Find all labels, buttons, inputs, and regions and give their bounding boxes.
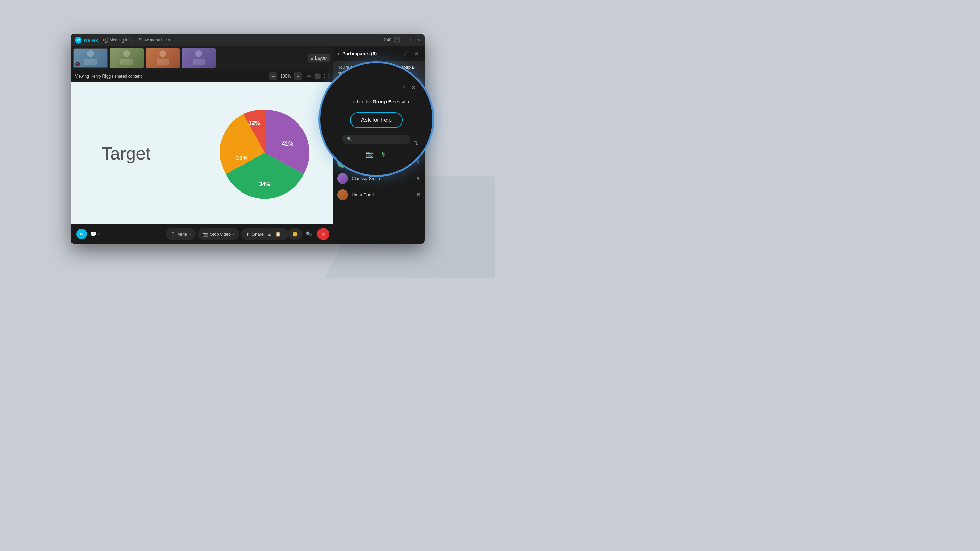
panel-collapse-button[interactable]: ▾ xyxy=(337,51,340,56)
panel-expand-button[interactable]: ⤢ xyxy=(401,50,410,58)
show-menu-label: Show menu bar xyxy=(138,38,167,43)
video-chevron-icon: ▾ xyxy=(233,232,234,236)
participant-controls-umar: 🖥 xyxy=(416,192,421,197)
maximize-button[interactable]: □ xyxy=(410,38,414,42)
zoom-close-button[interactable]: ✕ xyxy=(411,84,416,92)
webex-logo-button[interactable]: W xyxy=(76,229,87,240)
cursor-arrow: ↗ xyxy=(404,138,412,148)
bottom-toolbar: W 💬 ▾ 🎙 Mute ▾ 📷 Stop video xyxy=(71,224,333,243)
zoom-microphone-icon: 🎙 xyxy=(381,151,387,158)
avatar-umar xyxy=(337,189,348,200)
minimize-button[interactable]: − xyxy=(403,38,407,42)
participant-info-umar: Umar Patel xyxy=(352,192,413,197)
layout-icon: ⊞ xyxy=(310,56,314,60)
zoom-session-text: ted to the Group B session. xyxy=(342,98,410,105)
zoom-content: ted to the Group B session. Ask for help… xyxy=(332,98,421,143)
toolbar-center: 🎙 Mute ▾ 📷 Stop video ▾ ⬆ Share 📋 xyxy=(166,228,329,240)
viewing-bar: Viewing Henry Rigg's shared content − 10… xyxy=(71,70,333,82)
layout-button[interactable]: ⊞ Layout xyxy=(308,54,330,62)
target-label: Target xyxy=(102,143,151,164)
share-label: Share xyxy=(252,232,264,237)
zoom-camera-icon: 📷 xyxy=(366,151,373,158)
thumbnails-strip: 🔇 xyxy=(71,46,333,70)
zoom-sort-button[interactable]: ⇅ xyxy=(414,140,418,146)
zoom-ask-help-button[interactable]: Ask for help xyxy=(350,112,402,128)
microphone-icon: 🎙 xyxy=(171,232,175,237)
layout-label: Layout xyxy=(315,56,327,60)
zoom-session-prefix: ted to the xyxy=(351,99,372,105)
webex-icon: W xyxy=(75,37,82,43)
shared-content: Target 41% 34% xyxy=(71,82,333,224)
zoom-in-button[interactable]: + xyxy=(294,73,302,80)
chat-icon: 💬 xyxy=(90,231,97,237)
zoom-value: 100% xyxy=(278,74,293,79)
pie-label-34: 34% xyxy=(259,181,270,187)
pie-chart-svg: 41% 34% 13% 12% xyxy=(217,105,312,200)
stop-video-label: Stop video xyxy=(210,232,231,237)
left-panel: 🔇 xyxy=(71,46,333,243)
zoom-search-icon: 🔍 xyxy=(347,137,352,141)
app-logo: W Webex xyxy=(75,37,98,43)
time-display: 12:40 xyxy=(381,38,391,43)
panel-title: Participants (6) xyxy=(342,51,399,56)
more-options-button[interactable]: ··· xyxy=(305,229,315,239)
title-bar: W Webex i Meeting info Show menu bar ▾ 1… xyxy=(71,34,425,46)
participant-name-umar: Umar Patel xyxy=(352,192,413,197)
reaction-icon: 😊 xyxy=(292,232,298,237)
share-button[interactable]: ⬆ Share xyxy=(241,228,269,240)
thumbnail-2[interactable] xyxy=(110,48,143,68)
zoom-controls: − 100% + xyxy=(269,73,302,80)
toolbar-left: W 💬 ▾ xyxy=(76,229,100,240)
thumbnail-4[interactable] xyxy=(182,48,216,68)
pie-label-13: 13% xyxy=(236,155,248,161)
mute-button[interactable]: 🎙 Mute ▾ xyxy=(166,228,196,240)
help-button[interactable]: ? xyxy=(394,37,400,43)
meeting-info-label: Meeting info xyxy=(110,38,132,43)
zoom-group-name: Group B xyxy=(372,99,392,105)
clipboard-icon: 📋 xyxy=(275,232,281,237)
screen-icon-umar: 🖥 xyxy=(416,192,421,197)
pie-chart: 41% 34% 13% 12% xyxy=(217,105,312,202)
zoom-overlay-container: ted to the Group B session. Ask for help… xyxy=(318,61,434,177)
info-icon: i xyxy=(103,38,108,43)
participant-item-umar[interactable]: Umar Patel 🖥 xyxy=(333,187,425,203)
chevron-down-icon: ▾ xyxy=(169,38,170,43)
app-title: Webex xyxy=(84,38,98,43)
end-call-button[interactable]: ✕ xyxy=(317,228,329,240)
show-menu-button[interactable]: Show menu bar ▾ xyxy=(138,38,170,43)
annotate-icon[interactable]: ✏ xyxy=(307,73,311,79)
zoom-expand-button[interactable]: ⤢ xyxy=(402,84,406,89)
chat-chevron-icon: ▾ xyxy=(98,232,100,236)
zoom-circle: ted to the Group B session. Ask for help… xyxy=(318,61,434,177)
viewing-text: Viewing Henry Rigg's shared content xyxy=(75,74,267,79)
zoom-bottom-controls: 📷 🎙 xyxy=(366,151,387,158)
panel-header: ▾ Participants (6) ⤢ ✕ xyxy=(333,46,425,61)
mute-chevron-icon: ▾ xyxy=(189,232,191,236)
camera-icon: 📷 xyxy=(202,232,208,237)
zoom-out-button[interactable]: − xyxy=(269,73,277,80)
close-button[interactable]: ✕ xyxy=(417,38,421,42)
zoom-search-bar: 🔍 xyxy=(342,135,410,143)
thumbnail-3[interactable] xyxy=(146,48,180,68)
thumbnail-1[interactable]: 🔇 xyxy=(73,48,108,68)
stop-video-button[interactable]: 📷 Stop video ▾ xyxy=(198,228,239,240)
share-icon: ⬆ xyxy=(246,232,250,237)
meeting-info-button[interactable]: i Meeting info xyxy=(101,37,134,43)
mute-label: Mute xyxy=(177,232,187,237)
mute-icon-1: 🔇 xyxy=(75,62,80,66)
pie-label-12: 12% xyxy=(248,120,260,127)
pie-label-41: 41% xyxy=(282,140,293,147)
zoom-session-suffix: session. xyxy=(393,99,410,105)
clipboard-button[interactable]: 📋 xyxy=(270,228,285,240)
reactions-button[interactable]: 😊 xyxy=(288,228,302,240)
panel-close-button[interactable]: ✕ xyxy=(412,50,421,58)
chat-button[interactable]: 💬 ▾ xyxy=(90,231,100,237)
